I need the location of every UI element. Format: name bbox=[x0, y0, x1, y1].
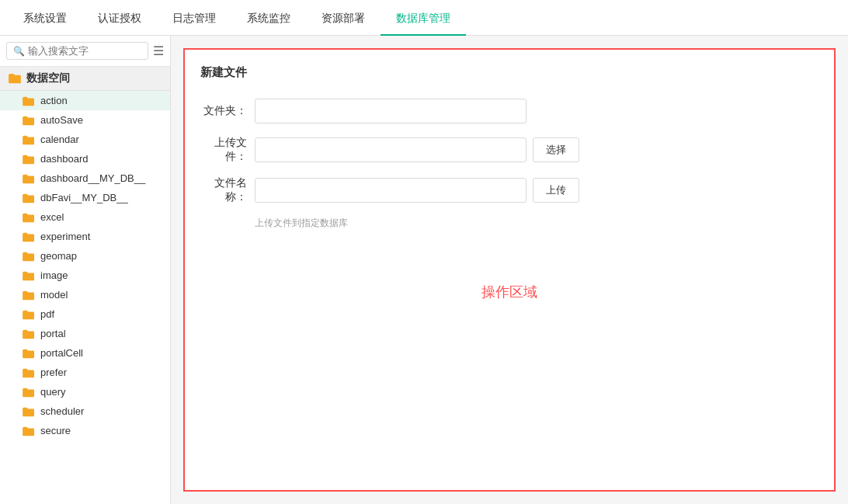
content-area: 数据库信息 新建文件 文件夹： 上传文件： 选择 文件名称： 上传 上传 bbox=[171, 36, 848, 504]
folder-icon bbox=[22, 134, 36, 145]
folder-root-icon bbox=[8, 73, 22, 84]
tree-item-label: model bbox=[40, 289, 68, 301]
tree-item[interactable]: secure bbox=[0, 421, 170, 440]
upload-file-label: 上传文件： bbox=[200, 136, 255, 164]
folder-icon bbox=[22, 367, 36, 378]
tree-item-label: query bbox=[40, 386, 66, 398]
search-input-wrap[interactable]: 🔍 bbox=[6, 42, 148, 60]
tree-item-label: calendar bbox=[40, 134, 79, 145]
sidebar-search-bar: 🔍 ☰ bbox=[0, 36, 170, 67]
tree-item[interactable]: pdf bbox=[0, 304, 170, 324]
tree-item[interactable]: calendar bbox=[0, 130, 170, 149]
folder-icon bbox=[22, 193, 36, 203]
tree-item-label: autoSave bbox=[40, 114, 83, 126]
operation-area-label: 操作区域 bbox=[481, 283, 537, 301]
filename-row: 文件名称： 上传 bbox=[200, 176, 818, 204]
tree-item[interactable]: experiment bbox=[0, 227, 170, 246]
tree-item[interactable]: excel bbox=[0, 207, 170, 227]
tree-item-label: portal bbox=[40, 328, 66, 339]
filename-label: 文件名称： bbox=[200, 176, 255, 204]
folder-icon bbox=[22, 270, 36, 281]
folder-input[interactable] bbox=[255, 99, 527, 123]
tree-item[interactable]: dbFavi__MY_DB__ bbox=[0, 188, 170, 207]
tree-item[interactable]: action bbox=[0, 91, 170, 110]
top-nav: 系统设置认证授权日志管理系统监控资源部署数据库管理 bbox=[0, 0, 848, 36]
folder-icon bbox=[22, 173, 36, 184]
tree-item-label: excel bbox=[40, 211, 64, 223]
form-section: 文件夹： 上传文件： 选择 文件名称： 上传 上传文件到指定数据库 bbox=[200, 99, 818, 230]
filename-input[interactable] bbox=[255, 178, 527, 203]
folder-icon bbox=[22, 231, 36, 242]
sidebar: 🔍 ☰ 数据空间 actionautoSavecalendardashboard… bbox=[0, 36, 171, 504]
main-layout: 🔍 ☰ 数据空间 actionautoSavecalendardashboard… bbox=[0, 36, 848, 504]
tree-item[interactable]: dashboard bbox=[0, 149, 170, 169]
folder-icon bbox=[22, 115, 36, 126]
search-input[interactable] bbox=[28, 45, 141, 57]
folder-icon bbox=[22, 426, 36, 436]
folder-icon bbox=[22, 387, 36, 398]
folder-icon bbox=[22, 309, 36, 320]
sidebar-menu-icon[interactable]: ☰ bbox=[153, 43, 164, 58]
nav-item-系统监控[interactable]: 系统监控 bbox=[231, 0, 306, 36]
nav-item-认证授权[interactable]: 认证授权 bbox=[82, 0, 157, 36]
form-hint: 上传文件到指定数据库 bbox=[255, 217, 818, 230]
folder-label: 文件夹： bbox=[200, 104, 255, 118]
tree-item[interactable]: geomap bbox=[0, 246, 170, 266]
tree-items-container: actionautoSavecalendardashboarddashboard… bbox=[0, 91, 170, 440]
tree-root-item[interactable]: 数据空间 bbox=[0, 67, 170, 91]
tree-item-label: geomap bbox=[40, 250, 77, 262]
tree-item-label: dbFavi__MY_DB__ bbox=[40, 192, 128, 203]
tree-item-label: portalCell bbox=[40, 347, 83, 359]
choose-button[interactable]: 选择 bbox=[533, 137, 579, 162]
folder-row: 文件夹： bbox=[200, 99, 818, 123]
tree-item[interactable]: dashboard__MY_DB__ bbox=[0, 169, 170, 188]
nav-item-日志管理[interactable]: 日志管理 bbox=[157, 0, 231, 36]
tree-item[interactable]: query bbox=[0, 382, 170, 401]
tree-item-label: secure bbox=[40, 425, 71, 436]
panel-title: 新建文件 bbox=[200, 65, 818, 80]
upload-button[interactable]: 上传 bbox=[533, 178, 579, 203]
search-icon: 🔍 bbox=[13, 46, 25, 57]
folder-icon bbox=[22, 348, 36, 359]
upload-file-row: 上传文件： 选择 bbox=[200, 136, 818, 164]
tree-item[interactable]: model bbox=[0, 285, 170, 304]
tree-item-label: image bbox=[40, 269, 68, 281]
nav-item-资源部署[interactable]: 资源部署 bbox=[306, 0, 381, 36]
tree-item-label: pdf bbox=[40, 308, 54, 320]
sidebar-tree: 数据空间 actionautoSavecalendardashboarddash… bbox=[0, 67, 170, 504]
tree-item-label: prefer bbox=[40, 367, 67, 378]
folder-icon bbox=[22, 154, 36, 165]
tree-item-label: experiment bbox=[40, 231, 90, 242]
tree-item[interactable]: image bbox=[0, 266, 170, 285]
folder-icon bbox=[22, 212, 36, 223]
nav-item-数据库管理[interactable]: 数据库管理 bbox=[381, 0, 466, 36]
folder-icon bbox=[22, 251, 36, 262]
tree-item-label: scheduler bbox=[40, 405, 84, 417]
folder-icon bbox=[22, 406, 36, 417]
tree-item-label: action bbox=[40, 95, 68, 106]
nav-item-系统设置[interactable]: 系统设置 bbox=[8, 0, 82, 36]
tree-item-label: dashboard__MY_DB__ bbox=[40, 172, 145, 184]
tree-item-label: dashboard bbox=[40, 153, 88, 165]
tree-item[interactable]: autoSave bbox=[0, 110, 170, 130]
tree-item[interactable]: portalCell bbox=[0, 343, 170, 363]
tree-item[interactable]: scheduler bbox=[0, 401, 170, 421]
folder-icon bbox=[22, 328, 36, 339]
tree-item[interactable]: portal bbox=[0, 324, 170, 343]
tree-root-label: 数据空间 bbox=[26, 71, 70, 85]
folder-icon bbox=[22, 96, 36, 106]
folder-icon bbox=[22, 290, 36, 301]
tree-item[interactable]: prefer bbox=[0, 363, 170, 382]
upload-file-input[interactable] bbox=[255, 137, 527, 162]
content-panel: 新建文件 文件夹： 上传文件： 选择 文件名称： 上传 上传文件到指定数据库 bbox=[183, 48, 836, 492]
